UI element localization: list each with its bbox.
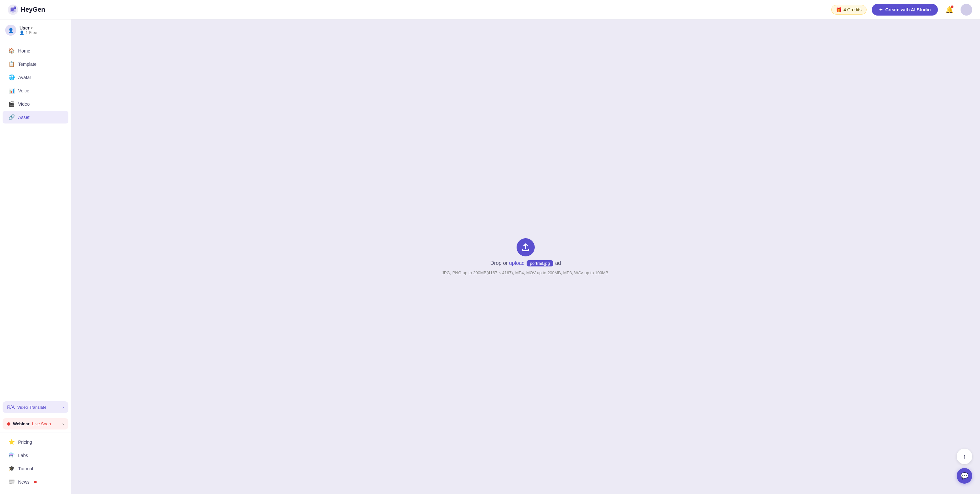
- asset-icon: 🔗: [8, 114, 14, 120]
- sidebar-item-label-home: Home: [18, 48, 30, 54]
- sidebar-item-label-template: Template: [18, 62, 37, 67]
- user-name-text: User: [19, 25, 30, 30]
- sidebar-item-label-pricing: Pricing: [18, 440, 32, 445]
- sidebar-item-news[interactable]: 📰 News: [3, 475, 68, 488]
- labs-icon: ⚗️: [8, 452, 14, 458]
- main-content: Drop or upload portrait.jpg ad JPG, PNG …: [71, 19, 980, 494]
- sidebar-item-home[interactable]: 🏠 Home: [3, 45, 68, 57]
- credits-emoji: 🎁: [836, 7, 842, 12]
- upload-area[interactable]: Drop or upload portrait.jpg ad JPG, PNG …: [442, 238, 609, 275]
- avatar-icon: 🌐: [8, 74, 14, 80]
- user-info: User ▾ 👤 1 Free: [19, 25, 37, 35]
- home-icon: 🏠: [8, 48, 14, 54]
- sidebar-item-video[interactable]: 🎬 Video: [3, 97, 68, 110]
- header-right: 🎁 4 Credits ✦ Create with AI Studio 🔔: [831, 3, 972, 16]
- header: HeyGen 🎁 4 Credits ✦ Create with AI Stud…: [0, 0, 980, 19]
- sidebar-item-pricing[interactable]: ⭐ Pricing: [3, 436, 68, 448]
- upload-hint: JPG, PNG up to 200MB(4167 × 4167), MP4, …: [442, 270, 609, 275]
- scroll-to-top-button[interactable]: ↑: [957, 449, 972, 464]
- chevron-right-icon: ›: [62, 405, 64, 410]
- chevron-down-icon: ▾: [31, 26, 32, 30]
- chat-button[interactable]: 💬: [957, 468, 972, 484]
- template-icon: 📋: [8, 61, 14, 67]
- notification-dot: [951, 5, 953, 8]
- chevron-right-icon-webinar: ›: [62, 421, 64, 426]
- user-icon: 👤: [19, 30, 24, 35]
- wand-icon: ✦: [879, 7, 883, 12]
- credits-button[interactable]: 🎁 4 Credits: [831, 5, 867, 14]
- sidebar-item-label-news: News: [18, 480, 30, 484]
- credits-label: 4 Credits: [843, 7, 862, 12]
- webinar-label: Webinar: [13, 421, 30, 426]
- logo[interactable]: HeyGen: [8, 5, 45, 15]
- user-avatar-small: 👤: [5, 25, 16, 36]
- sidebar-item-asset[interactable]: 🔗 Asset: [3, 111, 68, 123]
- news-icon: 📰: [8, 479, 14, 485]
- user-avatar-button[interactable]: [961, 4, 972, 16]
- pricing-icon: ⭐: [8, 439, 14, 445]
- news-notification-dot: [34, 481, 37, 483]
- sidebar-item-tutorial[interactable]: 🎓 Tutorial: [3, 462, 68, 475]
- translate-icon: R/A: [7, 405, 14, 410]
- upload-drop-text: Drop or upload portrait.jpg ad: [490, 260, 561, 266]
- sidebar-item-voice[interactable]: 📊 Voice: [3, 84, 68, 97]
- sidebar-item-label-labs: Labs: [18, 453, 28, 458]
- scroll-top-icon: ↑: [963, 453, 966, 460]
- tutorial-icon: 🎓: [8, 465, 14, 472]
- floating-buttons: ↑ 💬: [957, 449, 972, 484]
- voice-icon: 📊: [8, 88, 14, 94]
- webinar-sub-label: Live Soon: [32, 421, 51, 426]
- sidebar: 👤 User ▾ 👤 1 Free 🏠 Home 📋 Templ: [0, 19, 71, 494]
- video-translate-label: Video Translate: [17, 405, 46, 410]
- upload-link[interactable]: upload: [509, 260, 525, 266]
- user-plan: Free: [29, 30, 37, 35]
- sidebar-item-labs[interactable]: ⚗️ Labs: [3, 449, 68, 462]
- webinar-promo[interactable]: Webinar Live Soon ›: [3, 418, 68, 430]
- sidebar-item-label-tutorial: Tutorial: [18, 466, 33, 471]
- user-count: 1: [25, 30, 28, 35]
- sidebar-item-label-avatar: Avatar: [18, 75, 31, 80]
- drop-text-after: ad: [555, 260, 561, 266]
- layout: 👤 User ▾ 👤 1 Free 🏠 Home 📋 Templ: [0, 19, 980, 494]
- logo-text: HeyGen: [21, 6, 45, 13]
- sidebar-item-label-voice: Voice: [18, 88, 29, 93]
- sidebar-item-template[interactable]: 📋 Template: [3, 58, 68, 70]
- sidebar-item-avatar[interactable]: 🌐 Avatar: [3, 71, 68, 84]
- create-with-ai-studio-button[interactable]: ✦ Create with AI Studio: [872, 4, 938, 16]
- live-dot: [7, 422, 10, 425]
- heygen-logo-icon: [8, 5, 18, 15]
- create-btn-label: Create with AI Studio: [885, 7, 931, 12]
- video-icon: 🎬: [8, 101, 14, 107]
- user-section: 👤 User ▾ 👤 1 Free: [0, 19, 71, 41]
- drop-text-before: Drop or: [490, 260, 509, 266]
- sidebar-bottom-nav: ⭐ Pricing ⚗️ Labs 🎓 Tutorial 📰 News: [0, 432, 71, 494]
- sidebar-item-label-asset: Asset: [18, 115, 30, 120]
- user-name-row[interactable]: User ▾: [19, 25, 37, 30]
- main-nav: 🏠 Home 📋 Template 🌐 Avatar 📊 Voice 🎬 Vid…: [0, 41, 71, 399]
- sidebar-item-label-video: Video: [18, 102, 30, 107]
- filename-badge: portrait.jpg: [527, 260, 553, 266]
- chat-icon: 💬: [961, 472, 969, 480]
- upload-icon: [517, 238, 535, 257]
- notification-bell-button[interactable]: 🔔: [943, 3, 955, 16]
- user-meta: 👤 1 Free: [19, 30, 37, 35]
- video-translate-promo[interactable]: R/A Video Translate ›: [3, 401, 68, 413]
